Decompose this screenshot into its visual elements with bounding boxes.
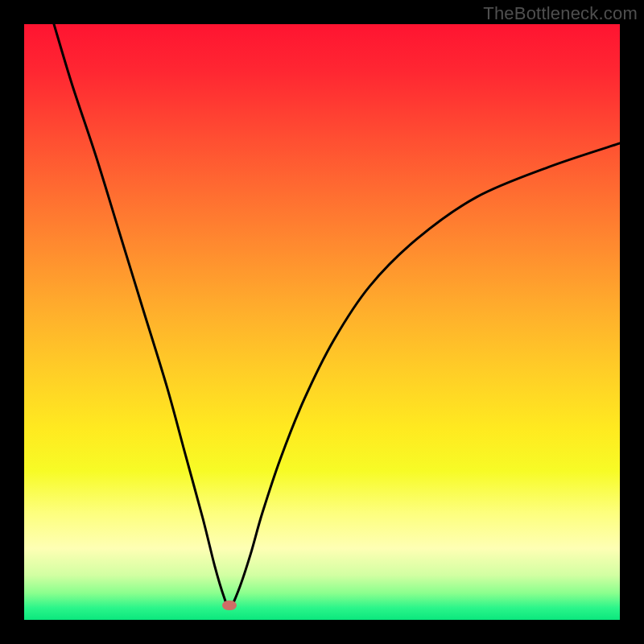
plot-area xyxy=(24,24,620,620)
source-label: TheBottleneck.com xyxy=(483,3,638,24)
bottleneck-curve xyxy=(24,24,620,620)
chart-stage: TheBottleneck.com xyxy=(0,0,644,644)
